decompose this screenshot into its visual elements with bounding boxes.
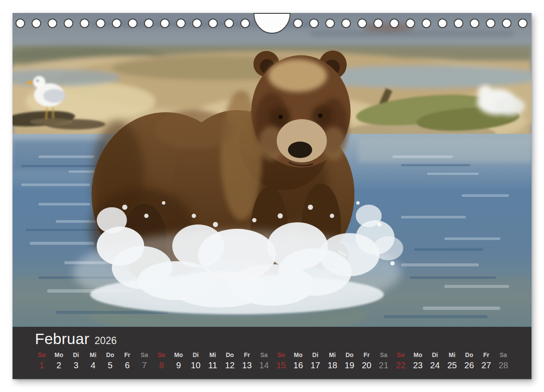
day-cell: So22: [392, 352, 409, 370]
weekday-label: Do: [221, 352, 239, 358]
date-number: 18: [324, 361, 341, 370]
day-cell: Sa28: [495, 352, 512, 370]
weekday-label: Sa: [136, 352, 153, 358]
day-grid: So1Mo2Di3Mi4Do5Fr6Sa7So8Mo9Di10Mi11Do12F…: [33, 352, 512, 370]
year-label: 2026: [95, 335, 117, 347]
day-cell: Di24: [427, 352, 444, 370]
date-number: 9: [170, 361, 187, 370]
weekday-label: Mi: [324, 352, 341, 358]
day-cell: Mi4: [85, 352, 102, 370]
month-label: Februar: [35, 330, 89, 348]
bear-photo-illustration: [13, 13, 531, 327]
date-number: 28: [495, 361, 512, 370]
weekday-label: Do: [461, 352, 478, 358]
day-cell: Fr6: [119, 352, 136, 370]
day-cell: Fr27: [478, 352, 495, 370]
date-number: 3: [67, 361, 85, 370]
date-number: 23: [409, 361, 427, 370]
weekday-label: So: [272, 352, 290, 358]
calendar-photo: [13, 13, 531, 327]
day-cell: Mo16: [290, 352, 307, 370]
day-cell: Mi11: [204, 352, 221, 370]
date-number: 13: [238, 361, 256, 370]
weekday-label: Fr: [119, 352, 136, 358]
date-number: 4: [85, 361, 102, 370]
day-cell: Mo9: [170, 352, 187, 370]
day-cell: Fr13: [238, 352, 256, 370]
date-number: 22: [392, 361, 409, 370]
day-cell: So15: [272, 352, 290, 370]
weekday-label: Di: [187, 352, 204, 358]
date-number: 12: [221, 361, 239, 370]
date-number: 11: [204, 361, 221, 370]
weekday-label: So: [392, 352, 409, 358]
date-number: 27: [478, 361, 495, 370]
weekday-label: Mi: [443, 352, 461, 358]
date-number: 19: [341, 361, 358, 370]
weekday-label: Di: [307, 352, 324, 358]
weekday-label: Do: [341, 352, 358, 358]
day-cell: Di3: [67, 352, 85, 370]
date-number: 5: [101, 361, 119, 370]
date-number: 1: [33, 361, 51, 370]
day-cell: Sa21: [375, 352, 392, 370]
day-cell: Do12: [221, 352, 239, 370]
weekday-label: Di: [427, 352, 444, 358]
weekday-label: Do: [101, 352, 119, 358]
day-cell: So8: [153, 352, 170, 370]
weekday-label: Mi: [85, 352, 102, 358]
day-cell: Sa14: [256, 352, 273, 370]
weekday-label: Sa: [495, 352, 512, 358]
weekday-label: Mo: [409, 352, 427, 358]
weekday-label: Mo: [170, 352, 187, 358]
date-number: 8: [153, 361, 170, 370]
date-number: 25: [443, 361, 461, 370]
day-cell: Mo23: [409, 352, 427, 370]
date-number: 16: [290, 361, 307, 370]
date-number: 26: [461, 361, 478, 370]
weekday-label: Mi: [204, 352, 221, 358]
day-cell: Di17: [307, 352, 324, 370]
date-number: 21: [375, 361, 392, 370]
day-cell: Mi18: [324, 352, 341, 370]
date-number: 10: [187, 361, 204, 370]
day-cell: Di10: [187, 352, 204, 370]
calendar-sheet: Februar 2026 So1Mo2Di3Mi4Do5Fr6Sa7So8Mo9…: [13, 13, 531, 379]
weekday-label: Mo: [290, 352, 307, 358]
date-number: 20: [358, 361, 375, 370]
date-number: 6: [119, 361, 136, 370]
weekday-label: Sa: [256, 352, 273, 358]
day-cell: Mo2: [51, 352, 68, 370]
date-number: 2: [51, 361, 68, 370]
calendar-panel: Februar 2026 So1Mo2Di3Mi4Do5Fr6Sa7So8Mo9…: [13, 327, 531, 379]
weekday-label: Fr: [238, 352, 256, 358]
day-cell: Do19: [341, 352, 358, 370]
weekday-label: So: [153, 352, 170, 358]
date-number: 15: [272, 361, 290, 370]
day-cell: Mi25: [443, 352, 461, 370]
day-cell: So1: [33, 352, 51, 370]
day-cell: Do26: [461, 352, 478, 370]
weekday-label: So: [33, 352, 51, 358]
weekday-label: Fr: [358, 352, 375, 358]
calendar-title: Februar 2026: [35, 330, 117, 348]
day-cell: Do5: [101, 352, 119, 370]
weekday-label: Mo: [51, 352, 68, 358]
day-cell: Fr20: [358, 352, 375, 370]
weekday-label: Di: [67, 352, 85, 358]
day-cell: Sa7: [136, 352, 153, 370]
date-number: 7: [136, 361, 153, 370]
date-number: 17: [307, 361, 324, 370]
weekday-label: Sa: [375, 352, 392, 358]
date-number: 14: [256, 361, 273, 370]
weekday-label: Fr: [478, 352, 495, 358]
date-number: 24: [427, 361, 444, 370]
